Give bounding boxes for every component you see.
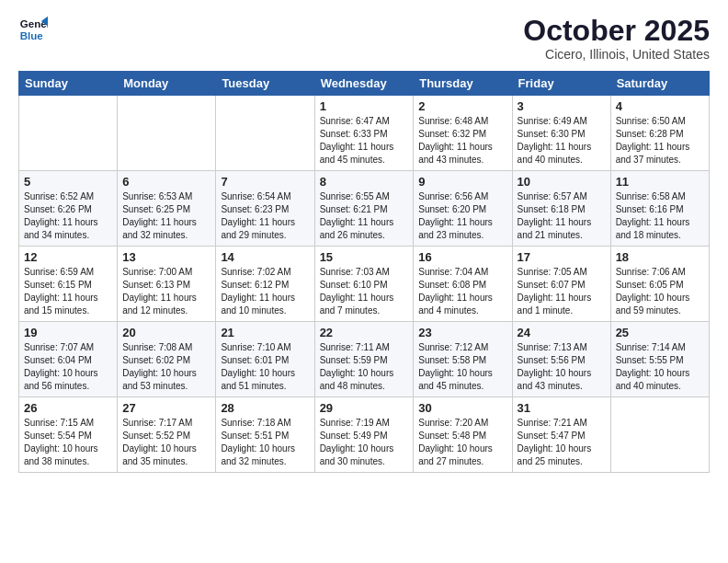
weekday-header-sunday: Sunday — [19, 72, 118, 96]
calendar-day-25: 25Sunrise: 7:14 AM Sunset: 5:55 PM Dayli… — [610, 322, 709, 397]
logo: General Blue — [18, 15, 51, 44]
day-number: 21 — [221, 326, 309, 339]
calendar-week-row: 12Sunrise: 6:59 AM Sunset: 6:15 PM Dayli… — [19, 247, 710, 322]
calendar-week-row: 5Sunrise: 6:52 AM Sunset: 6:26 PM Daylig… — [19, 171, 710, 247]
calendar-week-row: 26Sunrise: 7:15 AM Sunset: 5:54 PM Dayli… — [19, 397, 710, 473]
calendar-day-12: 12Sunrise: 6:59 AM Sunset: 6:15 PM Dayli… — [19, 247, 118, 322]
day-number: 17 — [518, 250, 606, 264]
day-number: 2 — [418, 99, 506, 113]
day-info: Sunrise: 6:54 AM Sunset: 6:23 PM Dayligh… — [221, 190, 309, 242]
weekday-header-tuesday: Tuesday — [216, 72, 314, 96]
day-info: Sunrise: 6:56 AM Sunset: 6:20 PM Dayligh… — [418, 190, 506, 242]
day-info: Sunrise: 7:13 AM Sunset: 5:56 PM Dayligh… — [518, 341, 606, 393]
calendar-day-15: 15Sunrise: 7:03 AM Sunset: 6:10 PM Dayli… — [314, 247, 414, 322]
calendar-day-8: 8Sunrise: 6:55 AM Sunset: 6:21 PM Daylig… — [314, 171, 414, 247]
calendar-day-empty — [19, 96, 118, 171]
day-info: Sunrise: 7:00 AM Sunset: 6:13 PM Dayligh… — [122, 266, 210, 317]
location: Cicero, Illinois, United States — [523, 47, 710, 62]
day-info: Sunrise: 6:57 AM Sunset: 6:18 PM Dayligh… — [518, 190, 606, 242]
calendar-day-22: 22Sunrise: 7:11 AM Sunset: 5:59 PM Dayli… — [314, 322, 414, 397]
day-number: 8 — [320, 175, 409, 189]
calendar-day-empty — [118, 96, 216, 171]
day-info: Sunrise: 7:12 AM Sunset: 5:58 PM Dayligh… — [418, 341, 506, 393]
calendar-day-5: 5Sunrise: 6:52 AM Sunset: 6:26 PM Daylig… — [19, 171, 118, 247]
day-number: 7 — [221, 175, 309, 189]
day-info: Sunrise: 7:14 AM Sunset: 5:55 PM Dayligh… — [616, 341, 704, 393]
weekday-header-saturday: Saturday — [610, 72, 709, 96]
svg-text:Blue: Blue — [20, 30, 44, 41]
weekday-header-row: SundayMondayTuesdayWednesdayThursdayFrid… — [19, 72, 710, 96]
day-info: Sunrise: 6:52 AM Sunset: 6:26 PM Dayligh… — [24, 190, 112, 242]
day-number: 31 — [518, 401, 606, 415]
day-number: 12 — [24, 250, 112, 264]
day-info: Sunrise: 6:58 AM Sunset: 6:16 PM Dayligh… — [616, 190, 704, 242]
calendar-day-6: 6Sunrise: 6:53 AM Sunset: 6:25 PM Daylig… — [118, 171, 216, 247]
day-number: 27 — [122, 401, 210, 415]
day-number: 4 — [616, 99, 704, 113]
calendar-day-17: 17Sunrise: 7:05 AM Sunset: 6:07 PM Dayli… — [512, 247, 610, 322]
calendar-day-27: 27Sunrise: 7:17 AM Sunset: 5:52 PM Dayli… — [118, 397, 216, 473]
day-number: 1 — [320, 99, 409, 113]
day-info: Sunrise: 7:08 AM Sunset: 6:02 PM Dayligh… — [122, 341, 210, 393]
day-number: 13 — [122, 250, 210, 264]
day-info: Sunrise: 7:03 AM Sunset: 6:10 PM Dayligh… — [320, 266, 409, 317]
day-number: 19 — [24, 326, 112, 339]
day-number: 23 — [418, 326, 506, 339]
day-info: Sunrise: 7:21 AM Sunset: 5:47 PM Dayligh… — [518, 417, 606, 468]
weekday-header-wednesday: Wednesday — [314, 72, 414, 96]
calendar-week-row: 1Sunrise: 6:47 AM Sunset: 6:33 PM Daylig… — [19, 96, 710, 171]
day-info: Sunrise: 7:02 AM Sunset: 6:12 PM Dayligh… — [221, 266, 309, 317]
day-number: 29 — [320, 401, 409, 415]
day-number: 16 — [418, 250, 506, 264]
calendar-day-9: 9Sunrise: 6:56 AM Sunset: 6:20 PM Daylig… — [414, 171, 512, 247]
day-number: 10 — [518, 175, 606, 189]
calendar-day-19: 19Sunrise: 7:07 AM Sunset: 6:04 PM Dayli… — [19, 322, 118, 397]
calendar-day-31: 31Sunrise: 7:21 AM Sunset: 5:47 PM Dayli… — [512, 397, 610, 473]
calendar-day-empty — [216, 96, 314, 171]
calendar-day-28: 28Sunrise: 7:18 AM Sunset: 5:51 PM Dayli… — [216, 397, 314, 473]
day-info: Sunrise: 7:04 AM Sunset: 6:08 PM Dayligh… — [418, 266, 506, 317]
day-number: 28 — [221, 401, 309, 415]
day-number: 25 — [616, 326, 704, 339]
calendar-day-20: 20Sunrise: 7:08 AM Sunset: 6:02 PM Dayli… — [118, 322, 216, 397]
day-info: Sunrise: 7:20 AM Sunset: 5:48 PM Dayligh… — [418, 417, 506, 468]
day-number: 5 — [24, 175, 112, 189]
page-container: General Blue October 2025 Cicero, Illino… — [0, 0, 728, 488]
day-number: 30 — [418, 401, 506, 415]
calendar-day-7: 7Sunrise: 6:54 AM Sunset: 6:23 PM Daylig… — [216, 171, 314, 247]
day-info: Sunrise: 7:19 AM Sunset: 5:49 PM Dayligh… — [320, 417, 409, 468]
title-block: October 2025 Cicero, Illinois, United St… — [523, 15, 710, 62]
calendar-day-30: 30Sunrise: 7:20 AM Sunset: 5:48 PM Dayli… — [414, 397, 512, 473]
day-number: 14 — [221, 250, 309, 264]
header: General Blue October 2025 Cicero, Illino… — [18, 15, 710, 62]
day-number: 15 — [320, 250, 409, 264]
calendar-day-11: 11Sunrise: 6:58 AM Sunset: 6:16 PM Dayli… — [610, 171, 709, 247]
day-number: 11 — [616, 175, 704, 189]
day-info: Sunrise: 6:48 AM Sunset: 6:32 PM Dayligh… — [418, 115, 506, 167]
calendar-day-10: 10Sunrise: 6:57 AM Sunset: 6:18 PM Dayli… — [512, 171, 610, 247]
calendar-day-24: 24Sunrise: 7:13 AM Sunset: 5:56 PM Dayli… — [512, 322, 610, 397]
calendar-day-14: 14Sunrise: 7:02 AM Sunset: 6:12 PM Dayli… — [216, 247, 314, 322]
day-info: Sunrise: 7:17 AM Sunset: 5:52 PM Dayligh… — [122, 417, 210, 468]
calendar-table: SundayMondayTuesdayWednesdayThursdayFrid… — [18, 71, 710, 473]
day-number: 9 — [418, 175, 506, 189]
calendar-day-empty — [610, 397, 709, 473]
day-info: Sunrise: 7:06 AM Sunset: 6:05 PM Dayligh… — [616, 266, 704, 317]
calendar-day-21: 21Sunrise: 7:10 AM Sunset: 6:01 PM Dayli… — [216, 322, 314, 397]
day-info: Sunrise: 7:10 AM Sunset: 6:01 PM Dayligh… — [221, 341, 309, 393]
day-info: Sunrise: 7:15 AM Sunset: 5:54 PM Dayligh… — [24, 417, 112, 468]
calendar-week-row: 19Sunrise: 7:07 AM Sunset: 6:04 PM Dayli… — [19, 322, 710, 397]
day-number: 24 — [518, 326, 606, 339]
weekday-header-monday: Monday — [118, 72, 216, 96]
day-info: Sunrise: 7:11 AM Sunset: 5:59 PM Dayligh… — [320, 341, 409, 393]
day-number: 20 — [122, 326, 210, 339]
day-number: 26 — [24, 401, 112, 415]
day-info: Sunrise: 6:47 AM Sunset: 6:33 PM Dayligh… — [320, 115, 409, 167]
calendar-day-4: 4Sunrise: 6:50 AM Sunset: 6:28 PM Daylig… — [610, 96, 709, 171]
calendar-day-16: 16Sunrise: 7:04 AM Sunset: 6:08 PM Dayli… — [414, 247, 512, 322]
day-info: Sunrise: 6:49 AM Sunset: 6:30 PM Dayligh… — [518, 115, 606, 167]
calendar-day-26: 26Sunrise: 7:15 AM Sunset: 5:54 PM Dayli… — [19, 397, 118, 473]
calendar-day-13: 13Sunrise: 7:00 AM Sunset: 6:13 PM Dayli… — [118, 247, 216, 322]
day-info: Sunrise: 6:50 AM Sunset: 6:28 PM Dayligh… — [616, 115, 704, 167]
logo-icon: General Blue — [18, 15, 48, 44]
